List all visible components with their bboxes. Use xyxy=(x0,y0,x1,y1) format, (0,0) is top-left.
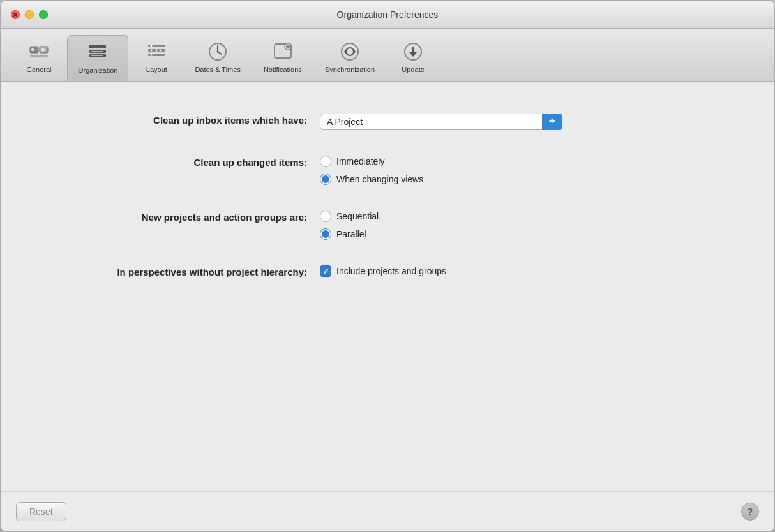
svg-rect-2 xyxy=(30,47,38,53)
radio-when-changing-views-text: When changing views xyxy=(336,174,423,184)
dates-times-icon xyxy=(206,40,229,63)
svg-point-5 xyxy=(41,48,45,52)
radio-immediately-text: Immediately xyxy=(336,156,384,166)
new-projects-options: Sequential Parallel xyxy=(320,211,379,240)
layout-icon xyxy=(145,40,168,63)
window-title: Organization Preferences xyxy=(337,10,439,20)
cleanup-inbox-label: Clean up inbox items which have: xyxy=(39,114,320,126)
maximize-button[interactable] xyxy=(39,10,48,19)
close-button[interactable] xyxy=(11,10,20,19)
include-projects-checkbox[interactable] xyxy=(320,265,331,277)
radio-sequential-text: Sequential xyxy=(336,211,379,221)
cleanup-inbox-dropdown-container: A Project A Project or Context A Context xyxy=(320,114,562,130)
toolbar-item-synchronization[interactable]: Synchronization xyxy=(315,35,385,81)
perspectives-label: In perspectives without project hierarch… xyxy=(39,265,320,277)
svg-point-20 xyxy=(151,54,153,56)
radio-parallel-circle xyxy=(320,228,331,240)
radio-immediately[interactable]: Immediately xyxy=(320,156,423,167)
radio-when-changing-views-circle xyxy=(320,174,331,185)
cleanup-changed-label: Clean up changed items: xyxy=(39,156,320,168)
svg-rect-26 xyxy=(279,43,282,45)
minimize-button[interactable] xyxy=(25,10,34,19)
radio-sequential-circle xyxy=(320,211,331,222)
organization-label: Organization xyxy=(78,66,117,74)
svg-marker-34 xyxy=(409,52,417,57)
radio-sequential[interactable]: Sequential xyxy=(320,211,379,222)
svg-rect-11 xyxy=(91,51,103,52)
toolbar-item-update[interactable]: Update xyxy=(388,35,439,81)
dates-times-label: Dates & Times xyxy=(195,66,241,73)
toolbar-item-organization[interactable]: Organization xyxy=(67,35,128,81)
content-area: Clean up inbox items which have: A Proje… xyxy=(1,82,774,491)
radio-parallel[interactable]: Parallel xyxy=(320,228,379,240)
window-controls xyxy=(11,10,48,19)
toolbar-item-layout[interactable]: Layout xyxy=(131,35,182,81)
svg-point-19 xyxy=(160,50,162,52)
cleanup-changed-options: Immediately When changing views xyxy=(320,156,423,185)
radio-immediately-circle xyxy=(320,156,331,167)
toolbar-item-dates-times[interactable]: Dates & Times xyxy=(184,35,251,81)
svg-rect-10 xyxy=(91,47,103,47)
toolbar-item-general[interactable]: General xyxy=(13,35,64,81)
svg-point-24 xyxy=(217,51,219,53)
perspectives-control: Include projects and groups xyxy=(320,265,446,277)
layout-label: Layout xyxy=(146,66,167,73)
include-projects-option[interactable]: Include projects and groups xyxy=(320,265,446,277)
svg-point-29 xyxy=(342,43,358,60)
svg-point-28 xyxy=(286,45,290,48)
toolbar: General Organization xyxy=(1,29,774,82)
new-projects-label: New projects and action groups are: xyxy=(39,211,320,223)
general-label: General xyxy=(26,66,51,73)
cleanup-inbox-row: Clean up inbox items which have: A Proje… xyxy=(39,114,736,130)
notifications-label: Notifications xyxy=(264,66,302,73)
svg-marker-30 xyxy=(354,49,356,54)
include-projects-text: Include projects and groups xyxy=(336,266,446,276)
cleanup-inbox-select[interactable]: A Project A Project or Context A Context xyxy=(320,114,562,130)
cleanup-changed-row: Clean up changed items: Immediately When… xyxy=(39,156,736,185)
toolbar-item-notifications[interactable]: Notifications xyxy=(253,35,312,81)
svg-point-18 xyxy=(151,50,153,52)
perspectives-row: In perspectives without project hierarch… xyxy=(39,265,736,277)
notifications-icon xyxy=(271,40,294,63)
synchronization-label: Synchronization xyxy=(325,66,375,73)
new-projects-row: New projects and action groups are: Sequ… xyxy=(39,211,736,240)
radio-parallel-text: Parallel xyxy=(336,229,366,239)
svg-rect-12 xyxy=(91,55,103,56)
svg-point-17 xyxy=(151,45,153,47)
svg-marker-31 xyxy=(344,49,346,54)
update-label: Update xyxy=(402,66,424,73)
window: Organization Preferences General xyxy=(0,0,775,532)
synchronization-icon xyxy=(338,40,361,63)
update-icon xyxy=(402,40,425,63)
general-icon xyxy=(27,40,50,63)
radio-when-changing-views[interactable]: When changing views xyxy=(320,174,423,185)
organization-icon xyxy=(86,41,109,64)
title-bar: Organization Preferences xyxy=(1,1,774,29)
reset-button[interactable]: Reset xyxy=(16,502,66,521)
svg-rect-3 xyxy=(31,48,34,51)
help-button[interactable]: ? xyxy=(741,503,759,521)
svg-rect-6 xyxy=(30,55,48,57)
cleanup-inbox-control: A Project A Project or Context A Context xyxy=(320,114,562,130)
footer: Reset ? xyxy=(1,491,774,531)
